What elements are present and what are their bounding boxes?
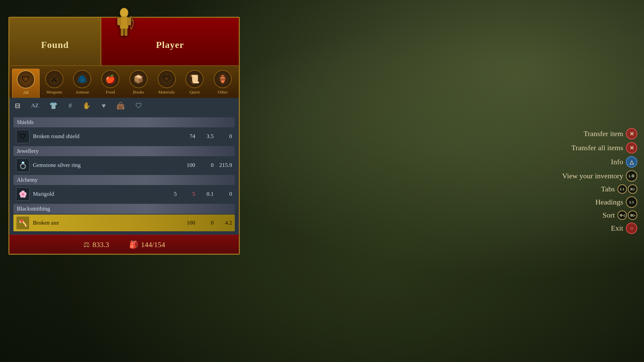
cat-icon-quest: 📜	[185, 70, 204, 88]
item-val3: 215.9	[217, 162, 232, 169]
cat-label-all: All	[23, 90, 29, 95]
item-name: Broken round shield	[33, 133, 177, 140]
hint-headings-btn[interactable]: L3	[626, 196, 637, 208]
hint-sort-btns: ⚙◁ ⚙▷	[618, 210, 637, 220]
header-decoration	[111, 8, 138, 46]
tab-found[interactable]: Found	[9, 18, 101, 65]
tab-found-label: Found	[41, 40, 69, 50]
svg-point-0	[120, 8, 128, 17]
sort-tab-bag[interactable]: 👜	[114, 101, 127, 110]
cat-tab-other[interactable]: 🏺Other	[209, 69, 236, 98]
hint-info: Info △	[611, 156, 637, 168]
hint-sort: Sort ⚙◁ ⚙▷	[602, 210, 637, 220]
item-name: Marigold	[33, 191, 158, 197]
item-row[interactable]: 🛡Broken round shield743.50	[13, 128, 235, 145]
cat-tab-armour[interactable]: 🧥Armour	[69, 69, 96, 98]
item-val2: 5	[180, 191, 195, 197]
cat-tab-weapons[interactable]: ⚔Weapons	[41, 69, 68, 98]
hint-sort-btn2[interactable]: ⚙▷	[628, 210, 637, 220]
footer-weight: ⚖ 833.3	[83, 240, 109, 249]
cat-icon-books: 📦	[129, 70, 148, 88]
item-val1: 74	[180, 133, 195, 140]
item-icon: 🪓	[16, 216, 30, 230]
hint-sort-label: Sort	[602, 211, 615, 220]
cat-label-food: Food	[106, 89, 115, 95]
cat-icon-weapons: ⚔	[45, 70, 63, 88]
item-row[interactable]: 🪓Broken axe10004.2	[13, 215, 235, 231]
item-row[interactable]: 🌸Marigold550.10	[13, 186, 235, 202]
cat-label-materials: Materials	[158, 89, 175, 95]
item-icon: 🛡	[16, 130, 30, 143]
hint-transfer-all-btn[interactable]: ✕	[626, 142, 637, 154]
hint-info-btn[interactable]: △	[626, 156, 637, 168]
item-val2: 3.5	[199, 133, 214, 140]
item-row[interactable]: 💍Gemstone silver ring1000215.9	[13, 157, 235, 174]
hint-view-inventory-btn[interactable]: L⑤	[626, 170, 637, 182]
sort-tab-shield[interactable]: 🛡	[133, 101, 144, 110]
item-val1: 100	[180, 162, 195, 169]
hint-transfer-all: Transfer all items ✕	[572, 142, 637, 154]
hint-exit-btn[interactable]: ○	[626, 223, 637, 234]
cat-label-other: Other	[218, 89, 228, 95]
cat-icon-materials: 🛡	[158, 70, 176, 88]
section-header-jewellery: Jewellery	[13, 146, 235, 156]
item-val3: 4.2	[217, 220, 232, 226]
cat-icon-all: 🛡	[17, 70, 35, 88]
cat-tab-materials[interactable]: 🛡Materials	[153, 69, 180, 98]
item-icon: 💍	[16, 159, 30, 172]
weight-value: 833.3	[93, 240, 109, 249]
item-val2: 0	[199, 220, 214, 226]
hint-exit: Exit ○	[611, 223, 637, 234]
cat-label-quest: Quest	[190, 89, 200, 95]
item-val1: 5	[162, 191, 177, 197]
sort-tab-heart[interactable]: ♥	[100, 101, 108, 110]
panel-header: Found Player	[8, 17, 240, 65]
hints-panel: Transfer item ✕ Transfer all items ✕ Inf…	[562, 128, 637, 234]
item-val1: 100	[180, 220, 195, 226]
sort-tab-hand[interactable]: ✋	[80, 101, 93, 110]
cat-icon-armour: 🧥	[73, 70, 91, 88]
hint-tabs-l1-btn[interactable]: L1	[618, 184, 627, 194]
svg-rect-2	[117, 18, 121, 25]
cat-tab-books[interactable]: 📦Books	[125, 69, 152, 98]
cat-label-armour: Armour	[75, 89, 89, 95]
hint-headings: Headings L3	[595, 196, 637, 208]
cat-label-books: Books	[133, 89, 144, 95]
cat-tab-food[interactable]: 🍎Food	[97, 69, 124, 98]
panel-footer: ⚖ 833.3 🎒 144/154	[8, 235, 240, 255]
item-val4: 0	[217, 191, 232, 197]
cat-tab-quest[interactable]: 📜Quest	[181, 69, 208, 98]
sort-tab-az[interactable]: AZ	[29, 102, 41, 109]
inventory-panel: Found Player 🛡All⚔Weapons🧥Armour🍎Food📦Bo…	[8, 17, 240, 255]
hint-transfer-item-btn[interactable]: ✕	[626, 128, 637, 139]
sort-tabs: ⊟ AZ 👕 # ✋ ♥ 👜 🛡	[8, 98, 240, 113]
hint-exit-label: Exit	[611, 224, 623, 233]
capacity-value: 144/154	[141, 240, 165, 249]
hint-tabs-label: Tabs	[601, 185, 615, 193]
hint-sort-btn1[interactable]: ⚙◁	[618, 210, 627, 220]
tab-player-label: Player	[156, 40, 184, 50]
cat-tab-all[interactable]: 🛡All	[12, 69, 40, 98]
sort-tab-clothing[interactable]: 👕	[47, 101, 60, 110]
hint-tabs-r1-btn[interactable]: R1	[628, 184, 637, 194]
item-icon: 🌸	[16, 187, 30, 201]
section-header-shields: Shields	[13, 117, 235, 127]
hint-info-label: Info	[611, 158, 623, 166]
hint-transfer-all-label: Transfer all items	[572, 143, 623, 152]
cat-icon-food: 🍎	[101, 70, 119, 88]
svg-rect-1	[120, 17, 128, 29]
item-name: Gemstone silver ring	[33, 162, 177, 169]
category-tabs: 🛡All⚔Weapons🧥Armour🍎Food📦Books🛡Materials…	[8, 65, 240, 98]
item-val3: 0.1	[199, 191, 214, 197]
hint-transfer-item: Transfer item ✕	[584, 128, 637, 139]
sort-tab-hash[interactable]: #	[66, 101, 74, 110]
hint-view-inventory: View your inventory L⑤	[562, 170, 637, 182]
sort-tab-filter[interactable]: ⊟	[13, 101, 22, 110]
footer-capacity: 🎒 144/154	[129, 240, 165, 249]
item-val2: 0	[199, 162, 214, 169]
item-list: Shields🛡Broken round shield743.50Jewelle…	[8, 113, 240, 235]
item-val3: 0	[217, 133, 232, 140]
section-header-blacksmithing: Blacksmithing	[13, 204, 235, 214]
cat-label-weapons: Weapons	[46, 89, 62, 95]
hint-tabs: Tabs L1 R1	[601, 184, 637, 194]
